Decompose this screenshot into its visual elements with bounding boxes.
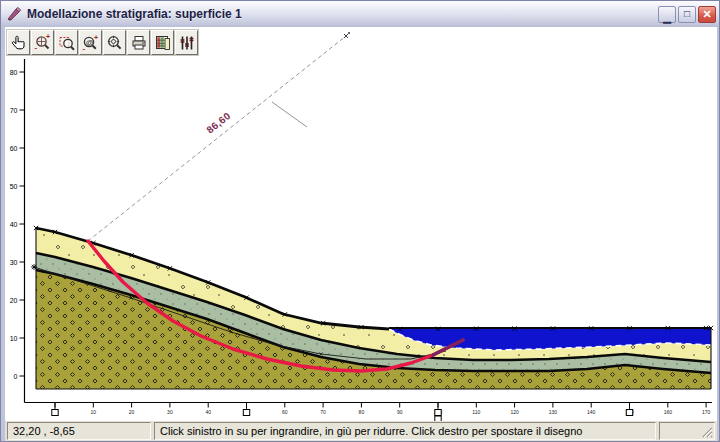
base-point-marker[interactable] [243,403,249,416]
base-point-marker[interactable] [435,403,441,422]
zoom-window-button[interactable] [55,30,78,55]
statusbar-corner [659,422,715,440]
y-tick-label: 80 [10,69,18,76]
y-axis: 80706050403020100 [10,69,25,380]
measure-cross-tick [272,102,307,127]
drawing-area[interactable]: 86,6080706050403020100010203040506070809… [5,27,717,421]
resize-grip-icon[interactable] [700,425,713,438]
window-title: Modellazione stratigrafia: superficie 1 [27,7,656,21]
y-tick-label: 60 [10,145,18,152]
statusbar: 32,20 , -8,65 Click sinistro in su per i… [5,421,717,441]
stratigraphy-canvas[interactable]: 86,6080706050403020100010203040506070809… [5,27,717,421]
x-tick-label: 80 [359,409,365,415]
measure-length-label: 86,60 [204,110,232,136]
hand-icon [10,34,27,52]
base-point-marker[interactable] [626,403,632,416]
x-tick-label: 160 [664,409,673,415]
print-button[interactable] [127,30,150,55]
y-tick-label: 20 [10,297,18,304]
svg-text:@: @ [86,37,93,46]
y-tick-label: 0 [14,373,18,380]
minimize-button[interactable]: ▁ [658,6,676,23]
magnifier-extents-icon [106,34,123,52]
svg-text:+: + [94,34,98,41]
y-tick-label: 70 [10,107,18,114]
statusbar-hint: Click sinistro in su per ingrandire, in … [154,422,656,440]
x-tick-label: 130 [549,409,558,415]
y-tick-label: 40 [10,221,18,228]
magnifier-plus-minus-icon: + - [34,34,51,52]
x-tick-label: 20 [129,409,135,415]
y-tick-label: 50 [10,183,18,190]
x-axis: 0102030405060708090100110120130140150160… [52,403,711,422]
water-table-marker [31,264,37,270]
magnifier-at-icon: @ + - [82,34,99,52]
x-tick-label: 140 [587,409,596,415]
layer-colors-button[interactable] [151,30,174,55]
zoom-in-out-button[interactable]: + - [31,30,54,55]
zoom-dynamic-button[interactable]: @ + - [79,30,102,55]
vertex-marker [344,34,348,38]
toolbar: + - @ + - [7,30,198,55]
x-tick-label: 120 [510,409,519,415]
x-tick-label: 110 [472,409,480,415]
sliders-icon [178,34,196,52]
x-tick-label: 170 [702,409,711,415]
svg-text:-: - [35,43,38,52]
y-tick-label: 10 [10,335,18,342]
cursor-coordinates: 32,20 , -8,65 [7,422,151,440]
pen-icon [6,6,22,22]
x-tick-label: 10 [91,409,97,415]
layer-settings-button[interactable] [175,30,198,55]
printer-icon [130,34,148,52]
maximize-button[interactable]: □ [678,6,696,23]
app-window: Modellazione stratigrafia: superficie 1 … [0,0,720,442]
base-point-marker[interactable] [52,403,58,416]
zoom-extents-button[interactable] [103,30,126,55]
x-tick-label: 30 [167,409,173,415]
svg-text:-: - [83,43,86,52]
x-tick-label: 70 [320,409,326,415]
titlebar[interactable]: Modellazione stratigrafia: superficie 1 … [1,1,720,27]
color-table-icon [154,34,172,52]
x-tick-label: 60 [282,409,288,415]
measure-endpoint [348,32,350,34]
svg-text:+: + [46,34,50,40]
y-tick-label: 30 [10,259,18,266]
close-button[interactable]: ✕ [698,6,716,23]
pan-button[interactable] [7,30,30,55]
x-tick-label: 90 [397,409,403,415]
x-tick-label: 40 [205,409,211,415]
measure-line[interactable] [88,36,346,241]
magnifier-window-icon [58,34,76,52]
